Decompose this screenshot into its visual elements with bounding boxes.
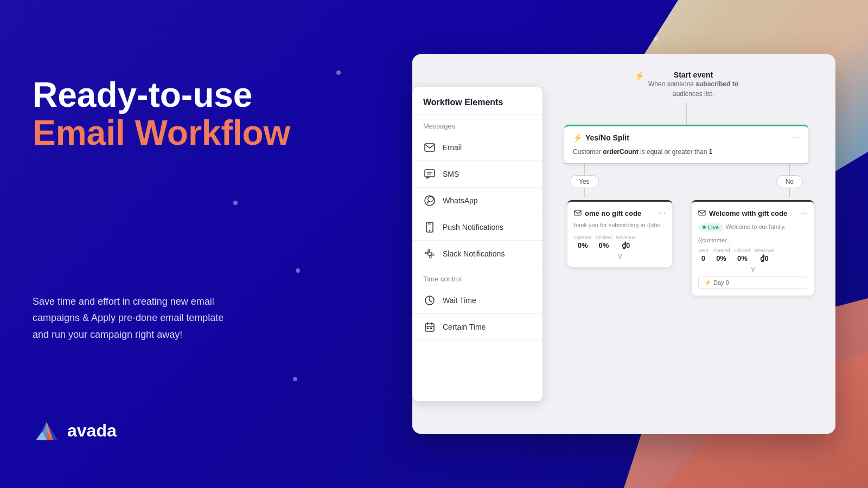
slack-label: Slack Notifications — [443, 249, 505, 258]
sms-label: SMS — [443, 170, 459, 178]
dot-5 — [654, 37, 658, 41]
description-text: Save time and effort in creating new ema… — [33, 293, 290, 343]
yes-v-line — [584, 164, 585, 175]
wait-time-icon — [423, 294, 436, 307]
split-icon: ⚡ — [573, 133, 582, 142]
svg-rect-32 — [427, 328, 429, 329]
envelope-icon-left — [574, 209, 582, 217]
headline-email: Email Workflow — [33, 113, 290, 152]
ui-container: ⚡ Start event When someone subscribed to… — [412, 54, 835, 434]
svg-rect-28 — [425, 324, 434, 331]
svg-rect-18 — [428, 249, 430, 252]
push-label: Push Notifications — [443, 223, 503, 232]
left-content: Ready-to-use Email Workflow Save time an… — [33, 76, 290, 343]
panel-item-sms[interactable]: SMS — [412, 161, 542, 188]
yes-label: Yes — [570, 175, 599, 188]
live-badge-container: Live Welcome to our family. {{customer..… — [698, 221, 807, 245]
right-card-dots[interactable]: ··· — [800, 208, 807, 218]
right-card-title: Welcome with gift code — [698, 209, 787, 217]
live-badge: Live — [698, 223, 723, 232]
no-v-line — [789, 164, 790, 175]
panel-title: Workflow Elements — [412, 98, 542, 114]
certain-time-icon — [423, 320, 436, 333]
start-event-description: When someone subscribed to audiences lis… — [648, 79, 738, 99]
envelope-icon-right — [698, 209, 706, 217]
no-label: No — [776, 175, 803, 188]
panel-item-email[interactable]: Email — [412, 134, 542, 161]
whatsapp-icon — [423, 194, 436, 207]
branch-h-connector — [564, 163, 808, 164]
email-icon — [423, 141, 436, 154]
panel-item-wait[interactable]: Wait Time — [412, 287, 542, 314]
right-email-card: Welcome with gift code ··· Live Welcome … — [692, 200, 814, 296]
email-label: Email — [443, 143, 462, 152]
left-card-subtitle: hank you for subscribing to {{sho... — [574, 221, 666, 229]
messages-section-label: Messages — [412, 114, 542, 134]
start-event-bolt-icon: ⚡ — [634, 70, 645, 81]
branch-line-left — [564, 163, 686, 164]
branch-left: ome no gift code ··· hank you for subscr… — [559, 200, 681, 267]
svg-rect-20 — [428, 252, 431, 255]
live-dot — [703, 226, 706, 229]
headline-line2: Email Workflow — [33, 114, 290, 152]
left-card-stats: Opened 0% Clicked 0% Revenue ₫0 — [574, 235, 666, 249]
left-email-card: ome no gift code ··· hank you for subscr… — [567, 200, 672, 267]
svg-rect-9 — [425, 170, 435, 177]
start-event-title: Start event — [648, 70, 738, 79]
logo-area: avada — [33, 416, 117, 445]
workflow-panel: Workflow Elements Messages Email — [412, 87, 542, 401]
branch-labels: Yes No — [553, 164, 819, 197]
svg-line-27 — [430, 300, 432, 302]
connector-v-1 — [686, 103, 687, 125]
panel-item-push[interactable]: Push Notifications — [412, 214, 542, 241]
headline-line1: Ready-to-use — [33, 76, 290, 114]
slack-icon — [423, 247, 436, 260]
right-card-chevron[interactable]: ∨ — [698, 265, 807, 273]
branches-wrapper: ome no gift code ··· hank you for subscr… — [553, 200, 819, 296]
panel-item-certain[interactable]: Certain Time — [412, 314, 542, 341]
split-box: ⚡ Yes/No Split ··· Customer orderCount i… — [564, 125, 808, 163]
push-icon — [423, 221, 436, 234]
svg-rect-7 — [699, 210, 705, 215]
left-card-title: ome no gift code — [574, 209, 641, 217]
dot-4 — [293, 377, 297, 381]
left-card-chevron[interactable]: ∨ — [574, 252, 666, 260]
svg-rect-17 — [431, 254, 434, 255]
start-event-section: ⚡ Start event When someone subscribed to… — [553, 70, 819, 99]
sms-icon — [423, 168, 436, 181]
headline-ready: Ready-to-use — [33, 75, 252, 114]
left-card-dots[interactable]: ··· — [659, 208, 666, 218]
day-badge: ⚡ Day 0 — [698, 277, 807, 289]
split-condition: Customer orderCount is equal or greater … — [573, 147, 800, 157]
certain-time-label: Certain Time — [443, 323, 486, 331]
time-control-section-label: Time control — [412, 267, 542, 287]
svg-rect-16 — [425, 252, 428, 254]
svg-rect-8 — [425, 144, 435, 151]
svg-rect-33 — [430, 328, 432, 329]
dot-1 — [336, 70, 341, 75]
branch-right: Welcome with gift code ··· Live Welcome … — [692, 200, 814, 296]
svg-rect-19 — [430, 255, 431, 258]
canvas-inner: ⚡ Start event When someone subscribed to… — [553, 70, 819, 418]
dot-3 — [296, 268, 300, 273]
avada-logo-icon — [33, 416, 61, 445]
whatsapp-label: WhatsApp — [443, 196, 478, 205]
branch-line-right — [686, 163, 808, 164]
logo-text: avada — [67, 421, 117, 441]
split-menu-dots[interactable]: ··· — [793, 133, 800, 143]
svg-rect-6 — [575, 210, 581, 215]
right-card-stats: Sent 0 Opened 0% Clicked 0% — [698, 248, 807, 262]
panel-item-whatsapp[interactable]: WhatsApp — [412, 188, 542, 214]
panel-item-slack[interactable]: Slack Notifications — [412, 241, 542, 267]
wait-time-label: Wait Time — [443, 296, 476, 305]
split-title-text: Yes/No Split — [585, 133, 629, 142]
